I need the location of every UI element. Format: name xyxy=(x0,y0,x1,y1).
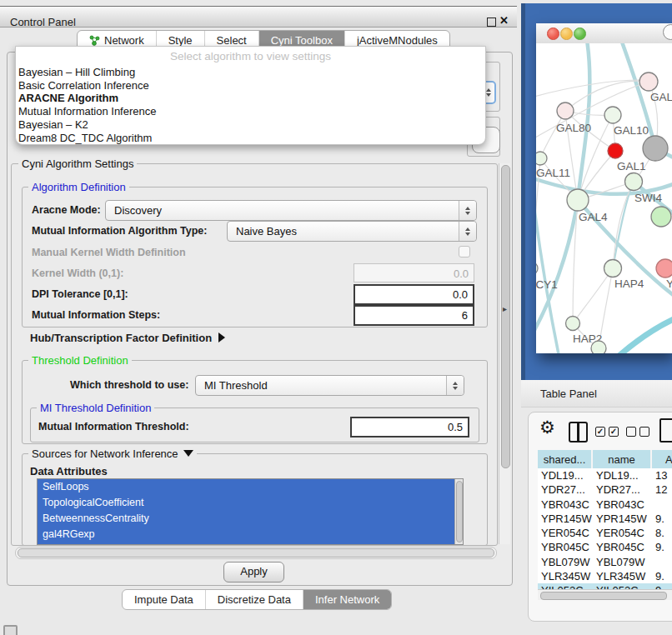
threshold-definition-legend: Threshold Definition xyxy=(28,354,132,367)
tab-label: Select xyxy=(217,34,247,47)
window-title: Control Panel xyxy=(10,16,76,28)
columns-icon[interactable] xyxy=(569,422,588,442)
scrollbar-thumb[interactable] xyxy=(501,165,510,468)
network-window-titlebar[interactable] xyxy=(536,23,672,44)
network-node[interactable] xyxy=(566,317,580,331)
network-node-label: GAL10 xyxy=(614,124,649,137)
mi-threshold-field[interactable]: 0.5 xyxy=(350,417,469,438)
settings-vertical-scrollbar[interactable] xyxy=(499,163,510,544)
algorithm-option[interactable]: Basic Correlation Inference xyxy=(18,79,483,92)
table-cell: YER054C xyxy=(593,526,652,540)
stepper-icon xyxy=(459,222,476,241)
tab-discretize-data[interactable]: Discretize Data xyxy=(205,590,303,609)
network-node[interactable] xyxy=(643,136,668,161)
table-horizontal-scrollbar[interactable] xyxy=(538,589,672,600)
column-header[interactable]: shared... xyxy=(538,450,593,468)
algorithm-option[interactable]: Bayesian – K2 xyxy=(18,118,483,132)
tab-label: Network xyxy=(104,34,144,47)
table-row[interactable]: YBR045CYBR045C9. xyxy=(538,540,672,554)
attribute-item[interactable]: SelfLoops xyxy=(38,479,463,495)
table-cell: YBR043C xyxy=(538,498,593,512)
attribute-item[interactable]: TopologicalCoefficient xyxy=(38,495,463,511)
scrollbar-thumb[interactable] xyxy=(456,481,463,542)
network-node[interactable] xyxy=(656,259,672,278)
close-traffic-light[interactable] xyxy=(547,28,559,40)
table-row[interactable]: YBL079WYBL079W xyxy=(538,555,672,569)
network-node[interactable] xyxy=(591,341,606,353)
network-node[interactable] xyxy=(608,143,623,158)
apply-button[interactable]: Apply xyxy=(223,562,284,582)
network-node[interactable] xyxy=(536,262,538,275)
attribute-item[interactable]: BetweennessCentrality xyxy=(38,511,463,527)
table-row[interactable]: YPR145WYPR145W9. xyxy=(538,512,672,526)
table-panel-title: Table Panel xyxy=(540,388,597,400)
table-cell: YPR145W xyxy=(593,512,652,526)
dpi-tolerance-field[interactable]: 0.0 xyxy=(354,284,474,305)
mi-steps-label: Mutual Information Steps: xyxy=(32,309,160,321)
table-cell: 8. xyxy=(652,526,672,540)
table-row[interactable]: YBR043CYBR043C xyxy=(538,498,672,512)
which-threshold-select[interactable]: MI Threshold xyxy=(195,375,464,396)
column-header[interactable]: name xyxy=(593,450,652,468)
column-header[interactable]: A xyxy=(652,450,672,468)
page-icon[interactable] xyxy=(659,418,672,442)
network-node[interactable] xyxy=(557,102,574,119)
list-vertical-scrollbar[interactable] xyxy=(454,479,463,544)
network-node[interactable] xyxy=(604,107,621,123)
stepper-icon xyxy=(446,376,464,395)
table-cell: YBL079W xyxy=(538,555,593,569)
network-node[interactable] xyxy=(651,207,671,227)
mi-threshold-legend: MI Threshold Definition xyxy=(37,402,154,414)
close-icon[interactable]: ✕ xyxy=(499,14,509,27)
network-node[interactable] xyxy=(625,173,643,191)
network-canvas[interactable]: GALGAL80GAL10GAL11GAL1GAL4SWI4GCY1HAP4YH… xyxy=(536,43,672,353)
panel-collapse-arrow[interactable]: ▸ xyxy=(503,304,507,313)
scrollbar-thumb[interactable] xyxy=(18,548,494,558)
network-node[interactable] xyxy=(536,152,547,165)
table-body: YDL19...YDL19...13YDR27...YDR27...12YBR0… xyxy=(538,468,672,589)
data-attributes-list[interactable]: SelfLoopsTopologicalCoefficientBetweenne… xyxy=(37,478,464,545)
table-row[interactable]: YDL19...YDL19...13 xyxy=(538,468,672,482)
table-cell: YER054C xyxy=(538,526,593,540)
network-node[interactable] xyxy=(639,72,658,91)
scrollbar-thumb[interactable] xyxy=(540,592,667,600)
table-row[interactable]: YLR345WYLR345W9. xyxy=(538,569,672,583)
select-all-checkbox-icon[interactable]: ✓ xyxy=(609,427,619,437)
float-window-icon[interactable] xyxy=(487,18,496,27)
table-cell: 12 xyxy=(652,482,672,497)
aracne-mode-label: Aracne Mode: xyxy=(32,204,101,216)
kernel-width-field[interactable]: 0.0 xyxy=(354,263,474,282)
deselect-all-checkbox-icon[interactable] xyxy=(626,427,636,437)
algorithm-option[interactable]: Dream8 DC_TDC Algorithm xyxy=(18,132,483,145)
tab-impute-data[interactable]: Impute Data xyxy=(123,590,205,609)
mi-steps-field[interactable]: 6 xyxy=(354,305,474,326)
table-cell: YLR345W xyxy=(593,569,652,583)
which-threshold-label: Which threshold to use: xyxy=(70,379,188,391)
table-row[interactable]: YIL052CYIL052C9 xyxy=(538,583,672,589)
table-cell: YDR27... xyxy=(538,482,593,497)
sources-legend[interactable]: Sources for Network Inference xyxy=(28,448,197,460)
algorithm-option[interactable]: Mutual Information Inference xyxy=(18,105,483,118)
algorithm-option[interactable]: Bayesian – Hill Climbing xyxy=(18,66,483,79)
collapse-down-icon xyxy=(183,450,193,457)
table-row[interactable]: YDR27...YDR27...12 xyxy=(538,482,672,497)
mi-type-select[interactable]: Naive Bayes xyxy=(227,221,477,242)
attribute-item[interactable]: gal4RGexp xyxy=(38,527,463,542)
select-all-checkbox-icon[interactable]: ✓ xyxy=(595,427,605,437)
tab-label: Cyni Toolbox xyxy=(271,34,333,47)
algorithm-option[interactable]: ARACNE Algorithm xyxy=(18,92,483,105)
hub-definition-toggle[interactable]: Hub/Transcription Factor Definition xyxy=(30,332,225,344)
network-node[interactable] xyxy=(567,189,589,211)
corner-widget[interactable] xyxy=(3,625,18,635)
gear-icon[interactable]: ⚙ xyxy=(539,418,555,438)
zoom-traffic-light[interactable] xyxy=(574,28,586,40)
table-row[interactable]: YER054CYER054C8. xyxy=(538,526,672,540)
minimize-traffic-light[interactable] xyxy=(560,28,573,40)
settings-horizontal-scrollbar[interactable] xyxy=(15,547,497,559)
deselect-all-checkbox-icon[interactable] xyxy=(639,427,649,437)
network-node[interactable] xyxy=(604,260,622,278)
manual-kernel-checkbox[interactable] xyxy=(459,246,470,258)
kernel-width-value: 0.0 xyxy=(454,268,469,280)
tab-infer-network[interactable]: Infer Network xyxy=(303,590,391,609)
aracne-mode-select[interactable]: Discovery xyxy=(105,200,477,221)
